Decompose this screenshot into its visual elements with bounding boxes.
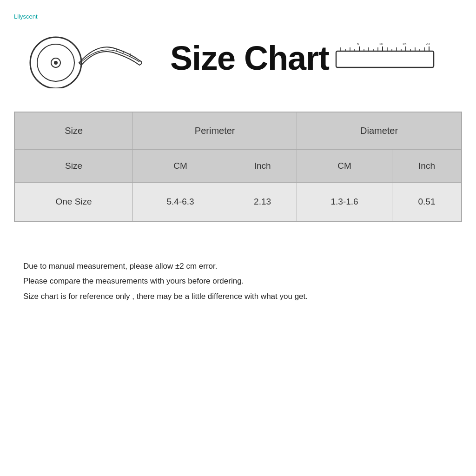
- page-title: Size Chart: [170, 39, 329, 77]
- page-header: Size Chart 5 10: [0, 0, 476, 98]
- note-line-3: Size chart is for reference only , there…: [23, 289, 462, 304]
- col-perimeter-header: Perimeter: [133, 112, 297, 150]
- cell-diameter-cm: 1.3-1.6: [297, 183, 392, 222]
- subheader-diameter-cm: CM: [297, 150, 392, 183]
- svg-point-3: [54, 61, 58, 65]
- cell-perimeter-inch: 2.13: [228, 183, 297, 222]
- table-section: Size Perimeter Diameter Size CM Inch CM …: [0, 98, 476, 231]
- notes-text: Due to manual measurement, please allow …: [23, 259, 462, 304]
- svg-text:20: 20: [426, 42, 430, 46]
- col-size-header: Size: [14, 112, 133, 150]
- brand-label: Lilyscent: [14, 13, 38, 20]
- svg-text:5: 5: [357, 42, 359, 46]
- col-diameter-header: Diameter: [297, 112, 462, 150]
- table-sub-header-row: Size CM Inch CM Inch: [14, 150, 462, 183]
- cell-size: One Size: [14, 183, 133, 222]
- note-line-1: Due to manual measurement, please allow …: [23, 259, 462, 274]
- table-header-row: Size Perimeter Diameter: [14, 112, 462, 150]
- cell-diameter-inch: 0.51: [392, 183, 462, 222]
- cell-perimeter-cm: 5.4-6.3: [133, 183, 228, 222]
- subheader-size: Size: [14, 150, 133, 183]
- svg-text:10: 10: [379, 42, 383, 46]
- table-row: One Size 5.4-6.3 2.13 1.3-1.6 0.51: [14, 183, 462, 222]
- note-line-2: Please compare the measurements with you…: [23, 274, 462, 289]
- svg-text:15: 15: [403, 42, 407, 46]
- title-area: Size Chart 5 10: [149, 39, 457, 77]
- subheader-perimeter-inch: Inch: [228, 150, 297, 183]
- size-chart-table: Size Perimeter Diameter Size CM Inch CM …: [14, 112, 462, 222]
- notes-section: Due to manual measurement, please allow …: [0, 231, 476, 313]
- ruler-icon: 5 10 15 20: [334, 40, 436, 77]
- subheader-diameter-inch: Inch: [392, 150, 462, 183]
- tape-measure-icon: [19, 28, 149, 88]
- subheader-perimeter-cm: CM: [133, 150, 228, 183]
- svg-rect-7: [336, 51, 434, 67]
